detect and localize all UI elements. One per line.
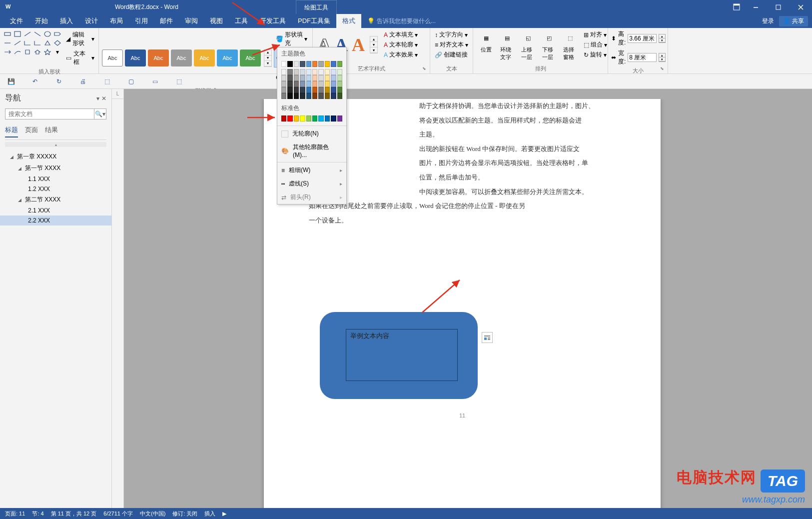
send-backward-button[interactable]: ◰下移一层 xyxy=(539,30,559,62)
color-swatch[interactable] xyxy=(337,61,342,67)
print-preview-button[interactable]: 🖨 xyxy=(76,76,90,88)
tell-me-search[interactable]: 💡 告诉我您想要做什么... xyxy=(367,17,436,26)
nav-close-button[interactable]: ✕ xyxy=(101,95,106,102)
wrap-text-button[interactable]: ▤环绕文字 xyxy=(497,30,517,62)
color-swatch[interactable] xyxy=(300,75,305,81)
color-swatch[interactable] xyxy=(325,93,330,99)
nav-tab-pages[interactable]: 页面 xyxy=(25,126,38,138)
color-swatch[interactable] xyxy=(287,61,292,67)
status-macro-icon[interactable]: ▶ xyxy=(222,510,226,517)
color-swatch[interactable] xyxy=(294,87,299,93)
text-fill-button[interactable]: A文本填充 ▾ xyxy=(382,30,420,40)
shapes-more-button[interactable]: ▾ xyxy=(53,48,62,56)
close-button[interactable] xyxy=(790,0,812,14)
style-item[interactable]: Abc xyxy=(171,50,192,66)
color-swatch[interactable] xyxy=(294,61,299,67)
color-swatch[interactable] xyxy=(331,81,336,87)
color-swatch[interactable] xyxy=(331,116,336,122)
style-item[interactable]: Abc xyxy=(125,50,146,66)
tab-home[interactable]: 开始 xyxy=(29,14,54,28)
search-icon[interactable]: 🔍▾ xyxy=(94,109,106,119)
color-swatch[interactable] xyxy=(318,93,323,99)
color-swatch[interactable] xyxy=(312,93,317,99)
color-swatch[interactable] xyxy=(306,69,311,75)
color-swatch[interactable] xyxy=(325,81,330,87)
width-input[interactable] xyxy=(628,53,657,62)
status-words[interactable]: 6/2711 个字 xyxy=(103,510,133,518)
layout-options-icon[interactable] xyxy=(482,332,493,343)
color-swatch[interactable] xyxy=(312,61,317,67)
color-swatch[interactable] xyxy=(318,81,323,87)
color-swatch[interactable] xyxy=(325,116,330,122)
status-page-of[interactable]: 第 11 页，共 12 页 xyxy=(51,510,97,518)
color-swatch[interactable] xyxy=(281,69,286,75)
tab-pdf[interactable]: PDF工具集 xyxy=(292,14,336,28)
style-item[interactable]: Abc xyxy=(148,50,169,66)
tab-review[interactable]: 审阅 xyxy=(179,14,204,28)
weight-item[interactable]: ≡粗细(W)▸ xyxy=(277,164,346,177)
status-language[interactable]: 中文(中国) xyxy=(140,510,165,518)
color-swatch[interactable] xyxy=(300,87,305,93)
text-effects-button[interactable]: A文本效果 ▾ xyxy=(382,50,420,60)
contextual-tab-drawing-tools[interactable]: 绘图工具 xyxy=(296,0,337,14)
status-insert[interactable]: 插入 xyxy=(204,510,215,518)
color-swatch[interactable] xyxy=(337,93,342,99)
color-swatch[interactable] xyxy=(306,93,311,99)
more-colors-item[interactable]: 🎨其他轮廓颜色(M)... xyxy=(277,140,346,161)
tab-insert[interactable]: 插入 xyxy=(54,14,79,28)
height-down[interactable]: ▾ xyxy=(659,38,665,42)
ribbon-display-options-icon[interactable] xyxy=(729,0,745,14)
style-item[interactable]: Abc xyxy=(194,50,215,66)
tab-view[interactable]: 视图 xyxy=(204,14,229,28)
color-swatch[interactable] xyxy=(300,93,305,99)
color-swatch[interactable] xyxy=(306,61,311,67)
tab-file[interactable]: 文件 xyxy=(4,14,29,28)
color-swatch[interactable] xyxy=(325,61,330,67)
color-swatch[interactable] xyxy=(331,61,336,67)
edit-shape-button[interactable]: ◢编辑形状 ▾ xyxy=(65,30,95,48)
nav-dropdown[interactable]: ▾ xyxy=(96,95,99,102)
color-swatch[interactable] xyxy=(337,87,342,93)
status-track[interactable]: 修订: 关闭 xyxy=(172,510,197,518)
color-swatch[interactable] xyxy=(300,61,305,67)
rounded-rectangle-shape[interactable]: 举例文本内容 xyxy=(320,312,478,399)
color-swatch[interactable] xyxy=(325,75,330,81)
selection-pane-button[interactable]: ⬚选择窗格 xyxy=(560,30,580,62)
create-link-button[interactable]: 🔗创建链接 xyxy=(433,50,470,60)
color-swatch[interactable] xyxy=(312,87,317,93)
color-swatch[interactable] xyxy=(318,61,323,67)
minimize-button[interactable] xyxy=(745,0,767,14)
color-swatch[interactable] xyxy=(331,75,336,81)
nav-node[interactable]: 2.1 XXX xyxy=(0,206,111,216)
color-swatch[interactable] xyxy=(337,69,342,75)
tab-mailings[interactable]: 邮件 xyxy=(154,14,179,28)
status-page[interactable]: 页面: 11 xyxy=(5,510,25,518)
color-swatch[interactable] xyxy=(318,75,323,81)
color-swatch[interactable] xyxy=(300,81,305,87)
shape-fill-button[interactable]: 🪣形状填充 ▾ xyxy=(274,30,309,48)
text-direction-button[interactable]: ↕文字方向 ▾ xyxy=(433,30,470,40)
share-button[interactable]: 👤 共享 xyxy=(779,16,808,26)
width-up[interactable]: ▴ xyxy=(659,54,665,58)
page-canvas[interactable]: 助于文档保持协调。当您单击设计并选择新的主题时，图片、 将会更改以匹配新的主题。… xyxy=(124,99,812,508)
color-swatch[interactable] xyxy=(281,81,286,87)
tab-tools[interactable]: 工具 xyxy=(229,14,254,28)
nav-collapse-button[interactable]: ▴ xyxy=(5,142,106,147)
shape-style-gallery[interactable]: Abc Abc Abc Abc Abc Abc Abc ▴▾▾ xyxy=(102,50,272,67)
wordart-item[interactable]: A xyxy=(352,34,365,56)
color-swatch[interactable] xyxy=(337,116,342,122)
color-swatch[interactable] xyxy=(318,87,323,93)
color-swatch[interactable] xyxy=(294,116,299,122)
color-swatch[interactable] xyxy=(300,116,305,122)
color-swatch[interactable] xyxy=(287,81,292,87)
color-swatch[interactable] xyxy=(312,116,317,122)
color-swatch[interactable] xyxy=(294,93,299,99)
nav-node[interactable]: ◢第一节 XXXX xyxy=(0,162,111,174)
redo-button[interactable]: ↻ xyxy=(52,76,66,88)
color-swatch[interactable] xyxy=(337,81,342,87)
color-swatch[interactable] xyxy=(331,87,336,93)
height-input[interactable] xyxy=(628,34,657,43)
size-launcher[interactable]: ⬊ xyxy=(660,66,666,72)
group-button[interactable]: ⬚组合 ▾ xyxy=(582,40,609,50)
color-swatch[interactable] xyxy=(294,81,299,87)
